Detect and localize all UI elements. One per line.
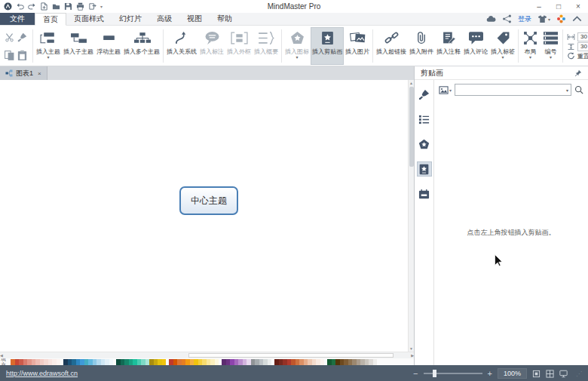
insert-hyperlink-button[interactable]: 插入超链接 bbox=[375, 27, 408, 65]
layout-button[interactable]: 布局 ▾ bbox=[520, 27, 541, 65]
pin-icon[interactable] bbox=[574, 69, 582, 77]
vertical-scrollbar[interactable]: ▲ ▼ bbox=[408, 80, 414, 352]
undo-button[interactable] bbox=[16, 2, 24, 11]
fit-to-window-icon[interactable] bbox=[532, 370, 541, 378]
zoom-slider-thumb[interactable] bbox=[433, 370, 436, 377]
insert-comment-button[interactable]: 插入评论 bbox=[462, 27, 489, 65]
scroll-left-arrow[interactable]: ◀ bbox=[0, 352, 3, 358]
palette-swatch[interactable] bbox=[57, 359, 61, 365]
horizontal-spacing-input[interactable]: 30 bbox=[577, 32, 588, 41]
collapse-ribbon-icon[interactable] bbox=[572, 14, 582, 23]
export-button[interactable] bbox=[88, 2, 96, 11]
cut-icon[interactable] bbox=[5, 32, 14, 42]
menu-tab-page-style[interactable]: 页面样式 bbox=[66, 13, 112, 25]
insert-callout-button[interactable]: 插入标注 bbox=[198, 27, 225, 65]
palette-swatch[interactable] bbox=[109, 359, 114, 365]
clipart-search-input[interactable] bbox=[455, 85, 566, 94]
clipart-hint-text: 点击左上角按钮插入剪贴画。 bbox=[434, 228, 588, 238]
palette-swatch[interactable] bbox=[162, 359, 167, 365]
insert-clipart-button[interactable]: 插入剪贴画 bbox=[311, 27, 344, 65]
panel-tab-task-icon[interactable] bbox=[417, 186, 432, 201]
insert-note-button[interactable]: 插入注释 bbox=[435, 27, 462, 65]
paste-icon[interactable] bbox=[17, 50, 28, 61]
icon-badge-icon bbox=[289, 29, 306, 48]
clipart-search-row: ▾ ▾ bbox=[439, 84, 583, 96]
panel-tab-outline-icon[interactable] bbox=[417, 112, 432, 127]
customize-toolbar-caret[interactable]: ▾ bbox=[100, 4, 103, 9]
menu-tab-view[interactable]: 视图 bbox=[179, 13, 210, 25]
insert-attachment-button[interactable]: 插入附件 bbox=[408, 27, 435, 65]
redo-button[interactable] bbox=[28, 2, 36, 11]
menu-tab-advanced[interactable]: 高级 bbox=[149, 13, 179, 25]
share-icon[interactable] bbox=[502, 14, 512, 23]
print-button[interactable] bbox=[76, 2, 84, 11]
scroll-up-arrow[interactable]: ▲ bbox=[409, 80, 413, 86]
clipart-search-box[interactable]: ▾ bbox=[455, 84, 571, 96]
search-icon[interactable] bbox=[574, 85, 583, 94]
palette-swatch[interactable] bbox=[268, 359, 272, 365]
palette-swatch[interactable] bbox=[320, 359, 325, 365]
panel-tab-mark-icon[interactable] bbox=[417, 137, 432, 152]
palette-swatches bbox=[11, 359, 377, 365]
document-tab-close-icon[interactable]: × bbox=[38, 70, 41, 77]
document-area: 图表1 × 中心主题 ▲ ▼ ◀ ▶ 填 bbox=[0, 66, 414, 365]
presentation-monitor-icon[interactable] bbox=[559, 370, 568, 378]
save-button[interactable] bbox=[64, 2, 72, 11]
insert-tag-button[interactable]: 插入标签 ▾ bbox=[489, 27, 516, 65]
zoom-out-button[interactable]: − bbox=[413, 369, 418, 378]
open-button[interactable] bbox=[52, 2, 60, 11]
page-grid-icon[interactable] bbox=[546, 370, 554, 378]
close-button[interactable]: × bbox=[568, 0, 588, 13]
insert-multiple-topics-button[interactable]: 插入多个主题 bbox=[122, 27, 161, 65]
clipart-category-button[interactable]: ▾ bbox=[439, 85, 452, 95]
mindmap-canvas[interactable]: 中心主题 bbox=[0, 80, 408, 352]
minimize-button[interactable]: – bbox=[529, 0, 549, 13]
theme-shirt-icon[interactable]: ▾ bbox=[537, 14, 550, 23]
reset-button[interactable]: 重置 bbox=[567, 52, 588, 60]
search-history-caret[interactable]: ▾ bbox=[566, 88, 571, 93]
zoom-percent[interactable]: 100% bbox=[498, 368, 527, 379]
vertical-scroll-thumb[interactable] bbox=[409, 87, 414, 167]
horizontal-scrollbar[interactable]: ◀ ▶ bbox=[0, 352, 414, 358]
menu-tab-slideshow[interactable]: 幻灯片 bbox=[112, 13, 149, 25]
button-label: 插入超链接 bbox=[376, 48, 406, 55]
import-button[interactable] bbox=[40, 2, 48, 11]
central-topic[interactable]: 中心主题 bbox=[179, 186, 238, 215]
insert-picture-button[interactable]: 插入图片 bbox=[344, 27, 371, 65]
palette-swatch[interactable] bbox=[215, 359, 219, 365]
palette-swatch[interactable] bbox=[373, 359, 378, 365]
cloud-icon[interactable] bbox=[486, 14, 496, 23]
vertical-spacing-input[interactable]: 30 bbox=[577, 42, 588, 51]
zoom-slider[interactable] bbox=[424, 373, 482, 374]
format-painter-icon[interactable] bbox=[17, 32, 27, 42]
insert-boundary-button[interactable]: 插入外框 bbox=[225, 27, 253, 65]
group-separator bbox=[372, 29, 373, 63]
title-bar: ▾ MindMaster Pro – □ × bbox=[0, 0, 588, 13]
insert-subtopic-button[interactable]: 插入子主题 bbox=[62, 27, 95, 65]
edrawsoft-link[interactable]: http://www.edrawsoft.cn bbox=[6, 370, 78, 377]
insert-relationship-button[interactable]: 插入关系线 bbox=[165, 27, 198, 65]
clipart-icon bbox=[319, 29, 336, 48]
document-tab[interactable]: 图表1 × bbox=[0, 66, 47, 80]
horizontal-scroll-thumb[interactable] bbox=[188, 353, 394, 358]
panel-tab-format-brush-icon[interactable] bbox=[417, 87, 432, 102]
panel-tab-clipart-icon[interactable] bbox=[417, 161, 432, 177]
resize-grip[interactable]: ⋰ bbox=[576, 370, 582, 377]
maximize-button[interactable]: □ bbox=[549, 0, 568, 13]
insert-topic-button[interactable]: 插入主题 ▾ bbox=[35, 27, 62, 65]
copy-icon[interactable] bbox=[4, 50, 15, 61]
login-link[interactable]: 登录 bbox=[518, 14, 531, 24]
insert-icon-button[interactable]: 插入图标 ▾ bbox=[283, 27, 311, 65]
points-flower-icon[interactable] bbox=[556, 14, 566, 23]
menu-tab-help[interactable]: 帮助 bbox=[210, 13, 240, 25]
dropdown-caret: ▾ bbox=[550, 55, 552, 60]
zoom-in-button[interactable]: + bbox=[488, 369, 492, 378]
paperclip-icon bbox=[413, 29, 430, 48]
scroll-down-arrow[interactable]: ▼ bbox=[409, 346, 413, 352]
insert-summary-button[interactable]: 插入概要 bbox=[253, 27, 280, 65]
app-logo-icon bbox=[4, 2, 12, 11]
menu-file-tab[interactable]: 文件 bbox=[0, 13, 35, 25]
numbering-button[interactable]: 编号 ▾ bbox=[541, 27, 561, 65]
floating-topic-button[interactable]: 浮动主题 bbox=[95, 27, 122, 65]
menu-tab-home[interactable]: 首页 bbox=[35, 13, 66, 26]
